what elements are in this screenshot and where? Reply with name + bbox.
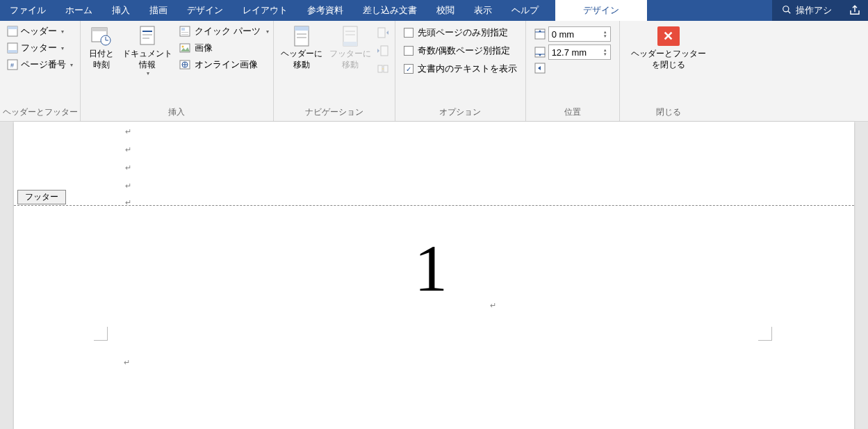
spinner-icon[interactable]: ▲▼	[603, 48, 607, 56]
ribbon-group-position: 0 mm ▲▼ 12.7 mm ▲▼ 位置	[526, 21, 620, 121]
menu-mailings[interactable]: 差し込み文書	[353, 0, 427, 21]
header-button[interactable]: ヘッダー ▾	[7, 25, 73, 38]
paragraph-mark: ↵	[125, 145, 131, 154]
ribbon-group-insert: 日付と 時刻 ドキュメント 情報 ▾ クイック パーツ ▾ 画像	[81, 21, 274, 121]
document-area[interactable]: ↵ ↵ ↵ ↵ ↵ フッター 1 ↵ ↵	[14, 122, 854, 429]
datetime-icon	[90, 25, 113, 47]
close-icon: ✕	[657, 26, 680, 46]
checkbox-checked-icon: ✓	[404, 64, 413, 74]
first-page-checkbox[interactable]: 先頭ページのみ別指定	[404, 26, 517, 39]
paragraph-mark: ↵	[125, 163, 131, 172]
odd-even-checkbox[interactable]: 奇数/偶数ページ別指定	[404, 44, 517, 57]
svg-point-22	[182, 46, 184, 48]
svg-rect-26	[295, 26, 309, 31]
spinner-icon[interactable]: ▲▼	[603, 30, 607, 38]
svg-rect-3	[8, 26, 17, 29]
menu-review[interactable]: 校閲	[427, 0, 464, 21]
page-number-field[interactable]: 1	[414, 229, 448, 307]
tell-me-search[interactable]: 操作アシ	[772, 0, 842, 21]
image-button[interactable]: 画像	[179, 42, 269, 54]
svg-rect-35	[378, 65, 382, 72]
ribbon-group-options: 先頭ページのみ別指定 奇数/偶数ページ別指定 ✓ 文書内のテキストを表示 オプシ…	[395, 21, 526, 121]
svg-rect-19	[181, 32, 188, 33]
link-previous-button[interactable]	[377, 63, 389, 75]
menu-draw[interactable]: 描画	[140, 0, 177, 21]
menu-references[interactable]: 参考資料	[297, 0, 353, 21]
svg-rect-27	[297, 33, 306, 35]
svg-rect-20	[181, 34, 188, 35]
svg-rect-31	[345, 31, 355, 32]
svg-rect-14	[142, 31, 152, 32]
goto-header-button[interactable]: ヘッダーに 移動	[278, 24, 325, 72]
header-from-top-icon	[534, 29, 546, 40]
group-label: ヘッダーとフッター	[0, 105, 80, 121]
group-label: 閉じる	[620, 105, 717, 121]
search-label: 操作アシ	[796, 4, 832, 17]
ribbon: ヘッダー ▾ フッター ▾ # ページ番号 ▾ ヘッダーとフッター	[0, 21, 868, 122]
next-button[interactable]	[377, 44, 389, 57]
contextual-tab-design[interactable]: デザイン	[555, 0, 647, 21]
goto-footer-button: フッターに 移動	[327, 24, 374, 72]
paragraph-mark: ↵	[490, 301, 496, 310]
footer-boundary	[14, 205, 854, 206]
paragraph-mark: ↵	[125, 198, 131, 207]
menu-help[interactable]: ヘルプ	[502, 0, 548, 21]
dropdown-arrow-icon: ▾	[70, 62, 73, 68]
dropdown-arrow-icon: ▾	[147, 70, 149, 77]
dropdown-arrow-icon: ▾	[61, 45, 64, 51]
page-number-button[interactable]: # ページ番号 ▾	[7, 58, 73, 71]
paragraph-mark: ↵	[125, 181, 131, 191]
checkbox-unchecked-icon	[404, 28, 413, 38]
svg-rect-32	[345, 34, 355, 35]
image-icon	[179, 42, 190, 54]
menu-insert[interactable]: 挿入	[102, 0, 140, 21]
menu-file[interactable]: ファイル	[0, 0, 56, 21]
footer-tag: フッター	[17, 190, 66, 204]
ribbon-group-close: ✕ ヘッダーとフッター を閉じる 閉じる	[620, 21, 717, 121]
svg-rect-36	[384, 65, 388, 72]
group-label: ナビゲーション	[274, 105, 395, 121]
footer-icon	[7, 42, 18, 54]
svg-rect-34	[381, 46, 388, 56]
goto-header-icon	[290, 25, 313, 47]
close-header-footer-button[interactable]: ✕ ヘッダーとフッター を閉じる	[624, 24, 713, 73]
group-label: 挿入	[81, 105, 273, 121]
menubar: ファイル ホーム 挿入 描画 デザイン レイアウト 参考資料 差し込み文書 校閲…	[0, 0, 868, 21]
page-number-icon: #	[7, 59, 18, 70]
menu-view[interactable]: 表示	[464, 0, 502, 21]
menu-home[interactable]: ホーム	[56, 0, 102, 21]
menu-design[interactable]: デザイン	[177, 0, 233, 21]
svg-rect-28	[297, 37, 306, 38]
quickparts-button[interactable]: クイック パーツ ▾	[179, 25, 269, 38]
datetime-button[interactable]: 日付と 時刻	[85, 24, 118, 72]
footer-from-bottom-input[interactable]: 12.7 mm ▲▼	[548, 44, 611, 60]
share-button[interactable]	[842, 0, 868, 21]
header-from-top-input[interactable]: 0 mm ▲▼	[548, 26, 611, 42]
docinfo-button[interactable]: ドキュメント 情報 ▾	[118, 24, 177, 79]
docinfo-icon	[136, 25, 158, 47]
show-text-checkbox[interactable]: ✓ 文書内のテキストを表示	[404, 63, 517, 75]
svg-text:#: #	[10, 62, 14, 69]
header-icon	[7, 26, 18, 37]
margin-corner-icon	[94, 327, 108, 341]
search-icon	[782, 5, 792, 17]
dropdown-arrow-icon: ▾	[266, 29, 269, 35]
goto-footer-icon	[339, 25, 361, 47]
quickparts-icon	[179, 26, 190, 37]
online-image-button[interactable]: オンライン画像	[179, 58, 269, 71]
svg-rect-33	[378, 28, 385, 38]
group-label: オプション	[395, 105, 525, 121]
svg-line-1	[788, 10, 791, 13]
margin-corner-icon	[758, 327, 772, 341]
svg-rect-5	[8, 50, 17, 53]
footer-from-bottom-icon	[534, 47, 546, 58]
svg-rect-30	[343, 42, 357, 46]
ribbon-group-navigation: ヘッダーに 移動 フッターに 移動 ナビゲーション	[274, 21, 395, 121]
svg-rect-18	[181, 28, 185, 31]
previous-button[interactable]	[377, 26, 389, 39]
insert-alignment-tab-icon[interactable]	[534, 63, 546, 74]
footer-button[interactable]: フッター ▾	[7, 42, 73, 54]
ribbon-group-header-footer: ヘッダー ▾ フッター ▾ # ページ番号 ▾ ヘッダーとフッター	[0, 21, 81, 121]
menu-layout[interactable]: レイアウト	[233, 0, 297, 21]
group-label: 位置	[526, 105, 619, 121]
